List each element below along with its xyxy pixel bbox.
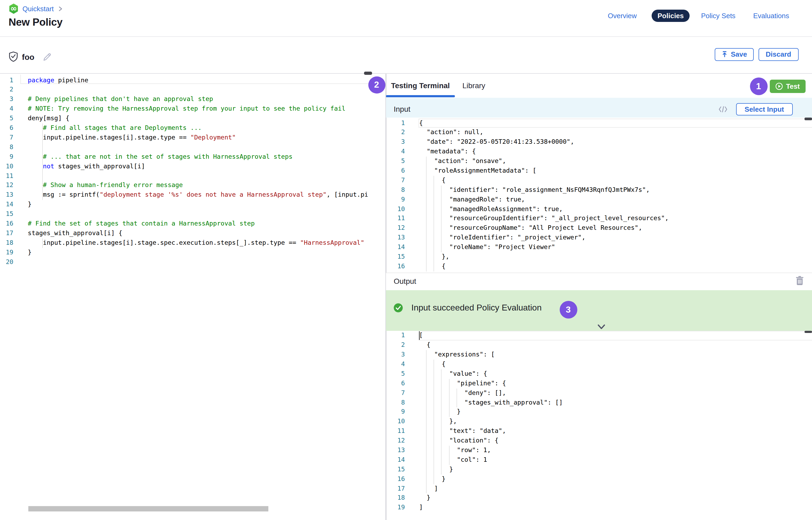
code-line: 16 } [386, 474, 812, 484]
code-line: 7 "deny": [], [386, 388, 812, 398]
success-check-icon [394, 303, 403, 315]
tab-testing-terminal[interactable]: Testing Terminal [391, 81, 450, 89]
code-line: 18 } [386, 494, 812, 503]
code-line: 1{ [386, 119, 812, 128]
code-line: 12 "location": { [386, 436, 812, 446]
harness-logo-icon: ∞ [8, 3, 19, 15]
code-line: 5 "value": { [386, 369, 812, 379]
code-line: 13 "roleIdentifier": "_project_viewer", [386, 233, 812, 243]
breadcrumb-project-link[interactable]: Quickstart [22, 5, 54, 13]
code-line: 12# Show a human-friendly error message [0, 181, 368, 190]
code-line: 3# Deny pipelines that don't have an app… [0, 95, 368, 104]
code-line: 9 } [386, 408, 812, 417]
test-button[interactable]: Test [770, 80, 805, 93]
code-line: 2 "action": null, [386, 128, 812, 138]
upload-icon [721, 51, 728, 58]
policy-name: foo [22, 52, 34, 61]
code-line: 16 { [386, 262, 812, 271]
code-line: 10not stages_with_approval[i] [0, 162, 368, 171]
code-line: 6# Find all stages that are Deployments … [0, 124, 368, 133]
code-line: 15 } [386, 465, 812, 474]
annotation-badge-1: 1 [750, 77, 767, 95]
output-label: Output [394, 277, 416, 285]
code-line: 16# Find the set of stages that contain … [0, 219, 368, 229]
text-cursor [419, 332, 420, 340]
code-line: 9 "managedRole": true, [386, 195, 812, 204]
annotation-badge-3: 3 [559, 301, 577, 318]
tab-policies[interactable]: Policies [652, 9, 690, 22]
code-line: 19} [0, 248, 368, 257]
code-line: 2 [0, 85, 368, 95]
code-line: 3 "expressions": [ [386, 350, 812, 360]
trash-icon[interactable] [795, 276, 804, 287]
page-title: New Policy [8, 16, 62, 28]
code-line: 1package pipeline [0, 76, 368, 85]
output-overview-marker [804, 331, 812, 333]
play-icon [776, 82, 783, 90]
code-view-icon[interactable] [718, 105, 728, 115]
code-line: 10 "managedRoleAssignment": true, [386, 204, 812, 214]
policy-code-editor[interactable]: 1package pipeline23# Deny pipelines that… [0, 76, 368, 267]
code-line: 15 [0, 209, 368, 219]
code-line: 17 ] [386, 484, 812, 494]
output-section-header [386, 272, 812, 290]
code-line: 2 { [386, 340, 812, 350]
code-line: 6 "pipeline": { [386, 379, 812, 389]
code-line: 11 [0, 171, 368, 181]
edit-pencil-icon[interactable] [43, 52, 52, 63]
code-line: 7input.pipeline.stages[i].stage.type == … [0, 133, 368, 143]
code-line: 14 "col": 1 [386, 455, 812, 465]
tab-overview[interactable]: Overview [608, 9, 637, 22]
code-line: 14 "roleName": "Project Viewer" [386, 243, 812, 252]
code-line: 5deny[msg] { [0, 114, 368, 124]
code-line: 8 "identifier": "role_assignment_NsFQM43… [386, 185, 812, 195]
page-header: ∞ Quickstart New Policy Overview Policie… [0, 0, 812, 36]
svg-text:∞: ∞ [10, 4, 17, 13]
code-line: 12 "resourceGroupName": "All Project Lev… [386, 224, 812, 233]
code-line: 7 { [386, 176, 812, 185]
policy-toolbar [0, 37, 812, 74]
code-line: 8 "stages_with_approval": [] [386, 398, 812, 408]
input-json-editor[interactable]: 1{2 "action": null,3 "date": "2022-05-05… [386, 119, 812, 272]
code-line: 6 "roleAssignmentMetadata": [ [386, 166, 812, 176]
evaluation-status-text: Input succeeded Policy Evaluation [411, 303, 541, 313]
output-json-editor[interactable]: 1[2 {3 "expressions": [4 {5 "value": {6 … [386, 331, 812, 516]
code-line: 4 "metadata": { [386, 147, 812, 157]
code-line: 10 }, [386, 417, 812, 427]
code-line: 20 [0, 257, 368, 267]
code-line: 19] [386, 503, 812, 513]
code-line: 11 "text": "data", [386, 426, 812, 436]
page: ∞ Quickstart New Policy Overview Policie… [0, 0, 812, 520]
policy-shield-icon [8, 51, 18, 64]
code-line: 4# NOTE: Try removing the HarnessApprova… [0, 104, 368, 114]
tab-library[interactable]: Library [462, 81, 485, 89]
code-line: 13 "row": 1, [386, 446, 812, 455]
input-label: Input [394, 105, 410, 113]
code-line: 1[ [386, 331, 812, 341]
code-line: 15 }, [386, 252, 812, 262]
breadcrumb: ∞ Quickstart [8, 3, 63, 15]
code-line: 14} [0, 200, 368, 209]
code-line: 17stages_with_approval[i] { [0, 229, 368, 238]
code-line: 18input.pipeline.stages[i].stage.spec.ex… [0, 238, 368, 248]
annotation-badge-2: 2 [368, 76, 385, 93]
code-line: 5 "action": "onsave", [386, 157, 812, 166]
code-line: 9# ... that are not in the set of stages… [0, 152, 368, 162]
code-line: 8 [0, 143, 368, 152]
code-line: 3 "date": "2022-05-05T20:41:23.538+0000"… [386, 138, 812, 147]
breadcrumb-chevron-icon [57, 4, 63, 14]
input-overview-marker [804, 118, 812, 120]
save-button[interactable]: Save [714, 48, 754, 61]
tab-policy-sets[interactable]: Policy Sets [701, 9, 736, 22]
discard-button[interactable]: Discard [758, 48, 798, 61]
code-line: 13msg := sprintf("deployment stage '%s' … [0, 190, 368, 200]
active-tab-underline [386, 96, 455, 97]
code-line: 4 { [386, 360, 812, 369]
editor-overview-marker [364, 72, 372, 75]
chevron-down-icon[interactable] [598, 322, 605, 332]
select-input-button[interactable]: Select Input [736, 103, 792, 115]
code-line: 11 "resourceGroupIdentifier": "_all_proj… [386, 214, 812, 224]
horizontal-scrollbar[interactable] [29, 506, 268, 511]
tab-evaluations[interactable]: Evaluations [753, 9, 789, 22]
